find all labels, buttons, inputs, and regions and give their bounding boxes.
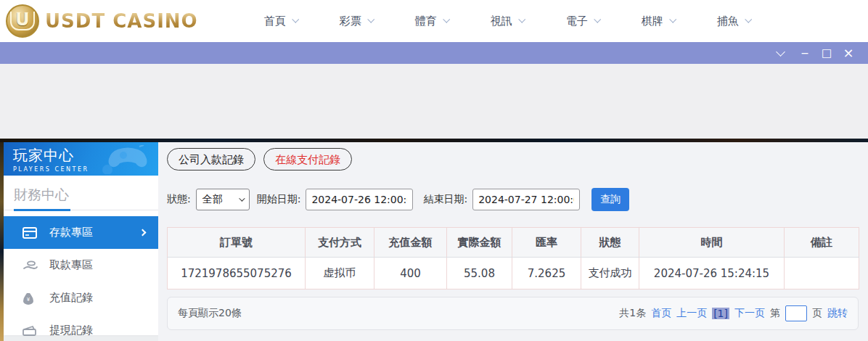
chevron-down-icon [518, 16, 525, 23]
table-row: 1721978655075276 虚拟币 400 55.08 7.2625 支付… [168, 258, 859, 289]
sidebar-item-withdraw-records[interactable]: 提現記錄 [4, 314, 158, 341]
cell-status: 支付成功 [581, 258, 639, 289]
empty-band [0, 64, 868, 139]
sidebar-menu: 存款專區 取款專區 ¥ 充值記錄 [4, 216, 158, 341]
search-button[interactable]: 查詢 [591, 188, 629, 211]
jump-suffix-label: 页 [812, 307, 822, 320]
hand-money-icon [22, 258, 38, 273]
sidebar-item-deposit-zone[interactable]: 存款專區 [4, 216, 158, 249]
minimize-icon[interactable]: − [794, 42, 816, 64]
cell-recharge-amount: 400 [374, 258, 447, 289]
end-date-label: 結束日期: [423, 193, 467, 206]
chevron-down-icon [443, 16, 450, 23]
current-page-indicator: [1] [712, 308, 729, 319]
total-count-text: 共1条 [619, 307, 646, 320]
cell-order-number: 1721978655075276 [168, 258, 306, 289]
cell-remark [785, 258, 859, 289]
start-date-input[interactable] [306, 189, 413, 210]
sidebar-item-label: 存款專區 [49, 226, 93, 239]
pagination-controls: 共1条 首页 上一页 [1] 下一页 第 页 跳转 [619, 305, 848, 321]
svg-text:¥: ¥ [27, 297, 30, 303]
finance-center-label: 財務中心 [14, 186, 69, 202]
chevron-down-icon [745, 16, 752, 23]
chevron-right-icon [139, 229, 147, 237]
col-order-number: 訂單號 [168, 228, 306, 258]
maximize-icon[interactable]: □ [816, 42, 838, 64]
nav-label: 體育 [415, 15, 437, 28]
nav-label: 棋牌 [642, 15, 663, 28]
nav-label: 捕魚 [717, 15, 739, 28]
prev-page-link[interactable]: 上一页 [676, 307, 707, 320]
cell-time: 2024-07-26 15:24:15 [639, 258, 785, 289]
sidebar-item-label: 充值記錄 [49, 291, 93, 305]
window-chevron-down-icon[interactable] [776, 47, 785, 57]
site-logo[interactable]: U USDT CASINO [6, 4, 198, 38]
first-page-link[interactable]: 首页 [651, 307, 671, 320]
records-table: 訂單號 支付方式 充值金額 實際金額 匯率 狀態 時間 備註 172197865… [167, 227, 859, 289]
logo-text: USDT CASINO [45, 10, 198, 32]
start-date-label: 開始日期: [257, 193, 301, 206]
nav-label: 首頁 [264, 15, 286, 28]
nav-item-fishing[interactable]: 捕魚 [696, 15, 771, 28]
finance-center-section: 財務中心 [4, 176, 158, 210]
window-titlebar: − □ × [0, 42, 868, 64]
col-status: 狀態 [581, 228, 639, 258]
logo-coin-icon: U [6, 4, 39, 38]
main-menu: 首頁 彩票 體育 視訊 電子 棋牌 [243, 15, 771, 28]
main-area: 玩家中心 PLAYERS CENTER 財務中心 [0, 142, 868, 341]
nav-item-lottery[interactable]: 彩票 [319, 15, 394, 28]
logo-monogram: U [10, 12, 35, 30]
section-underline [14, 209, 70, 211]
chevron-down-icon [239, 195, 245, 201]
players-center-header: 玩家中心 PLAYERS CENTER [4, 142, 158, 176]
end-date-input[interactable] [472, 189, 580, 210]
sidebar-item-label: 取款專區 [49, 258, 93, 272]
players-center-sidebar: 玩家中心 PLAYERS CENTER 財務中心 [4, 142, 158, 335]
bank-card-icon [22, 226, 38, 240]
page-jump-input[interactable] [785, 305, 807, 321]
casino-window: U USDT CASINO 首頁 彩票 體育 視訊 電子 [0, 0, 868, 341]
pagination-bar: 每頁顯示20條 共1条 首页 上一页 [1] 下一页 第 页 跳转 [167, 297, 859, 330]
tab-company-deposit-records[interactable]: 公司入款記錄 [167, 148, 255, 170]
wallet-cash-icon [22, 324, 38, 338]
cell-exchange-rate: 7.2625 [512, 258, 581, 289]
col-recharge-amount: 充值金額 [374, 228, 447, 258]
gamepad-icon [97, 145, 151, 174]
sidebar-item-withdraw-zone[interactable]: 取款專區 [4, 249, 158, 282]
nav-label: 電子 [566, 15, 588, 28]
col-remark: 備註 [785, 228, 859, 258]
cell-actual-amount: 55.08 [447, 258, 512, 289]
sidebar-item-recharge-records[interactable]: ¥ 充值記錄 [4, 282, 158, 314]
chevron-down-icon [669, 16, 676, 23]
next-page-link[interactable]: 下一页 [734, 307, 765, 320]
tab-online-payment-records[interactable]: 在線支付記錄 [263, 148, 352, 170]
nav-item-home[interactable]: 首頁 [243, 15, 319, 28]
nav-label: 彩票 [340, 15, 361, 28]
page-size-text: 每頁顯示20條 [178, 307, 242, 320]
chevron-down-icon [292, 16, 299, 23]
status-select[interactable]: 全部 [196, 189, 250, 210]
chevron-down-icon [367, 16, 374, 23]
col-payment-method: 支付方式 [306, 228, 374, 258]
nav-item-slots[interactable]: 電子 [545, 15, 621, 28]
col-time: 時間 [639, 228, 785, 258]
nav-label: 視訊 [491, 15, 512, 28]
jump-button[interactable]: 跳转 [827, 307, 848, 320]
nav-item-sports[interactable]: 體育 [394, 15, 470, 28]
chevron-down-icon [594, 16, 601, 23]
filter-bar: 狀態: 全部 開始日期: 結束日期: 查詢 [167, 188, 859, 211]
jump-prefix-label: 第 [770, 307, 780, 320]
nav-item-live[interactable]: 視訊 [470, 15, 545, 28]
col-exchange-rate: 匯率 [512, 228, 581, 258]
close-icon[interactable]: × [838, 42, 859, 64]
money-bag-icon: ¥ [22, 291, 38, 305]
record-tabs: 公司入款記錄 在線支付記錄 [167, 148, 859, 170]
sidebar-item-label: 提現記錄 [49, 324, 93, 337]
table-header-row: 訂單號 支付方式 充值金額 實際金額 匯率 狀態 時間 備註 [168, 228, 859, 258]
top-nav: U USDT CASINO 首頁 彩票 體育 視訊 電子 [0, 0, 868, 42]
records-panel: 公司入款記錄 在線支付記錄 狀態: 全部 開始日期: 結束日期: 查詢 [158, 142, 868, 341]
status-select-value: 全部 [202, 193, 223, 206]
nav-item-cards[interactable]: 棋牌 [621, 15, 696, 28]
status-label: 狀態: [167, 193, 191, 206]
col-actual-amount: 實際金額 [447, 228, 512, 258]
